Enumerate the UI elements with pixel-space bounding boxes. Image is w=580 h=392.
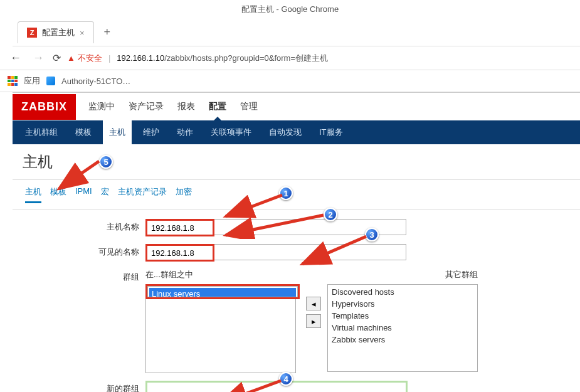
new-tab-button[interactable]: + bbox=[99, 26, 116, 39]
page-title: 主机 bbox=[13, 144, 580, 180]
bookmark-link[interactable]: Authority-51CTO… bbox=[61, 77, 130, 86]
row-host-name: 主机名称 bbox=[25, 219, 567, 236]
top-bar: ZABBIX 监测中 资产记录 报表 配置 管理 bbox=[13, 93, 580, 120]
tab-host[interactable]: 主机 bbox=[25, 186, 41, 203]
browser-tab[interactable]: Z 配置主机 × bbox=[18, 21, 94, 43]
main-menu: 监测中 资产记录 报表 配置 管理 bbox=[76, 93, 270, 120]
visible-name-input[interactable] bbox=[145, 244, 214, 262]
list-item[interactable]: Linux servers bbox=[149, 288, 296, 297]
label-groups: 群组 bbox=[25, 269, 145, 283]
url-host: 192.168.1.10 bbox=[117, 53, 164, 63]
visible-name-input-ext[interactable] bbox=[214, 244, 406, 260]
submenu-itservices[interactable]: IT服务 bbox=[313, 120, 349, 144]
annotation-badge-3: 3 bbox=[365, 228, 379, 241]
menu-reports[interactable]: 报表 bbox=[176, 93, 196, 120]
label-visible-name: 可见的名称 bbox=[25, 244, 145, 258]
annotation-badge-2: 2 bbox=[324, 208, 337, 221]
list-item[interactable]: Hypervisors bbox=[329, 298, 476, 310]
sub-menu: 主机群组 模板 主机 维护 动作 关联项事件 自动发现 IT服务 bbox=[13, 120, 580, 144]
forward-button[interactable]: → bbox=[30, 51, 46, 65]
new-group-input[interactable] bbox=[145, 381, 408, 392]
tab-encryption[interactable]: 加密 bbox=[176, 186, 192, 203]
reload-button[interactable]: ⟳ bbox=[53, 52, 61, 64]
back-button[interactable]: ← bbox=[8, 51, 24, 65]
list-item[interactable]: Virtual machines bbox=[329, 322, 476, 334]
window-title: 配置主机 - Google Chrome bbox=[0, 0, 580, 19]
host-name-input[interactable] bbox=[145, 219, 214, 236]
tab-ipmi[interactable]: IPMI bbox=[75, 186, 92, 203]
submenu-templates[interactable]: 模板 bbox=[69, 120, 98, 144]
list-item[interactable]: Discovered hosts bbox=[329, 286, 476, 298]
submenu-maintenance[interactable]: 维护 bbox=[137, 120, 166, 144]
apps-icon[interactable] bbox=[8, 76, 18, 86]
tab-inventory[interactable]: 主机资产记录 bbox=[118, 186, 167, 203]
submenu-discovery[interactable]: 自动发现 bbox=[263, 120, 308, 144]
bookmark-bar: 应用 Authority-51CTO… bbox=[0, 70, 580, 92]
selected-groups-listbox[interactable]: Linux servers bbox=[147, 286, 298, 297]
annotation-badge-4: 4 bbox=[279, 372, 293, 386]
list-item[interactable]: Templates bbox=[329, 310, 476, 322]
group-mover: ◂ ▸ bbox=[306, 297, 321, 328]
zabbix-favicon: Z bbox=[27, 28, 37, 38]
list-item[interactable]: Zabbix servers bbox=[329, 334, 476, 346]
menu-inventory[interactable]: 资产记录 bbox=[127, 93, 165, 120]
url-field[interactable]: 192.168.1.10/zabbix/hosts.php?groupid=0&… bbox=[117, 53, 328, 64]
submenu-actions[interactable]: 动作 bbox=[171, 120, 199, 144]
menu-administration[interactable]: 管理 bbox=[239, 93, 259, 120]
other-groups-listbox[interactable]: Discovered hosts Hypervisors Templates V… bbox=[327, 284, 478, 372]
submenu-hosts[interactable]: 主机 bbox=[103, 120, 132, 144]
zabbix-app: ZABBIX 监测中 资产记录 报表 配置 管理 主机群组 模板 主机 维护 动… bbox=[13, 92, 580, 392]
bookmark-icon bbox=[46, 77, 55, 85]
zabbix-logo[interactable]: ZABBIX bbox=[13, 94, 76, 120]
form-tabs: 主机 模板 IPMI 宏 主机资产记录 加密 5 bbox=[13, 180, 580, 210]
caption-other-groups: 其它群组 bbox=[327, 269, 478, 280]
warning-icon: ▲ bbox=[67, 53, 75, 63]
submenu-correlation[interactable]: 关联项事件 bbox=[204, 120, 258, 144]
security-label: 不安全 bbox=[78, 53, 102, 64]
selected-groups-listbox-body[interactable] bbox=[145, 299, 296, 373]
menu-monitoring[interactable]: 监测中 bbox=[87, 93, 116, 120]
label-host-name: 主机名称 bbox=[25, 219, 145, 233]
row-groups: 群组 在...群组之中 Linux servers ◂ ▸ 其它群组 bbox=[25, 269, 567, 373]
security-warning[interactable]: ▲ 不安全 bbox=[67, 53, 102, 64]
close-icon[interactable]: × bbox=[80, 28, 85, 38]
tab-title: 配置主机 bbox=[42, 27, 75, 38]
submenu-hostgroups[interactable]: 主机群组 bbox=[19, 120, 64, 144]
annotation-badge-1: 1 bbox=[279, 186, 293, 200]
label-new-group: 新的群组 bbox=[25, 381, 145, 392]
row-visible-name: 可见的名称 bbox=[25, 244, 567, 262]
move-right-button[interactable]: ▸ bbox=[306, 314, 321, 328]
menu-configuration[interactable]: 配置 bbox=[208, 93, 228, 120]
caption-in-group: 在...群组之中 bbox=[145, 269, 300, 280]
apps-label[interactable]: 应用 bbox=[24, 75, 40, 87]
browser-tab-bar: Z 配置主机 × + bbox=[13, 19, 580, 46]
move-left-button[interactable]: ◂ bbox=[306, 297, 321, 310]
tab-macros[interactable]: 宏 bbox=[101, 186, 109, 203]
address-bar: ← → ⟳ ▲ 不安全 | 192.168.1.10/zabbix/hosts.… bbox=[0, 46, 580, 70]
annotation-badge-5: 5 bbox=[99, 155, 113, 169]
tab-templates[interactable]: 模板 bbox=[50, 186, 66, 203]
url-path: /zabbix/hosts.php?groupid=0&form=创建主机 bbox=[164, 53, 328, 63]
row-new-group: 新的群组 bbox=[25, 381, 567, 392]
host-form: 主机名称 可见的名称 群组 在...群组之中 Linux servers bbox=[13, 210, 580, 392]
